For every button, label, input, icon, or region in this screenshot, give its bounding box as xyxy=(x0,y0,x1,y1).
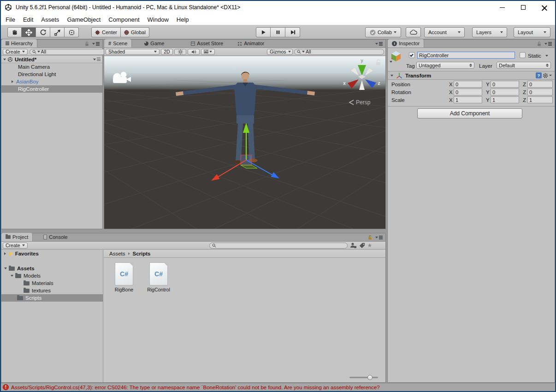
icon-zoom-slider[interactable] xyxy=(349,377,378,378)
hierarchy-item-asianboy[interactable]: AsianBoy xyxy=(1,78,102,85)
tree-materials[interactable]: Materials xyxy=(1,279,103,287)
create-button[interactable]: Create xyxy=(3,49,28,55)
project-search[interactable] xyxy=(209,243,348,249)
breadcrumb-assets[interactable]: Assets xyxy=(109,251,125,256)
object-name-field[interactable] xyxy=(417,52,515,59)
hierarchy-scene-row[interactable]: Untitled* xyxy=(1,56,102,63)
lighting-toggle-button[interactable] xyxy=(174,49,186,55)
search-by-type-icon[interactable] xyxy=(349,242,357,249)
menu-component[interactable]: Component xyxy=(108,16,139,23)
gizmos-dropdown[interactable]: Gizmos xyxy=(267,49,293,55)
tab-scene[interactable]: Scene xyxy=(104,39,132,48)
rect-tool-button[interactable] xyxy=(65,27,79,37)
file-rigcontrol[interactable]: C# RigControl xyxy=(144,262,173,292)
rotate-tool-button[interactable] xyxy=(36,27,50,37)
cloud-button[interactable] xyxy=(406,27,421,37)
hierarchy-item-main-camera[interactable]: Main Camera xyxy=(1,63,102,71)
static-checkbox[interactable] xyxy=(520,52,526,58)
slider-knob[interactable] xyxy=(367,375,373,380)
create-button[interactable]: Create xyxy=(3,243,28,249)
tree-textures[interactable]: textures xyxy=(1,287,103,294)
rotation-x-field[interactable] xyxy=(454,89,482,95)
collab-button[interactable]: Collab xyxy=(365,27,401,37)
pivot-center-button[interactable]: Center xyxy=(91,27,121,37)
file-rigbone[interactable]: C# RigBone xyxy=(110,262,138,292)
lock-icon[interactable] xyxy=(85,42,89,47)
save-search-star-icon[interactable] xyxy=(367,243,373,249)
scale-z-field[interactable] xyxy=(527,96,553,103)
scene-search-input[interactable] xyxy=(306,49,381,54)
gizmo-z-label[interactable]: z xyxy=(378,81,380,86)
foldout-icon[interactable] xyxy=(390,75,393,77)
tree-assets[interactable]: Assets xyxy=(1,265,103,272)
tab-hierarchy[interactable]: Hierarchy xyxy=(1,39,37,48)
minimize-button[interactable] xyxy=(491,1,513,14)
tab-project[interactable]: Project xyxy=(1,233,33,241)
gizmo-x-label[interactable]: x xyxy=(343,81,346,86)
active-checkbox[interactable] xyxy=(409,52,415,58)
menu-file[interactable]: File xyxy=(6,16,15,23)
tree-models[interactable]: Models xyxy=(1,272,103,279)
help-icon[interactable] xyxy=(536,72,542,78)
effects-dropdown-button[interactable] xyxy=(201,49,215,55)
add-component-button[interactable]: Add Component xyxy=(417,108,522,119)
gear-icon[interactable] xyxy=(542,72,549,79)
menu-gameobject[interactable]: GameObject xyxy=(67,16,101,23)
tree-scripts[interactable]: Scripts xyxy=(1,294,103,302)
move-tool-button[interactable] xyxy=(22,27,36,37)
maximize-button[interactable] xyxy=(513,1,534,14)
tab-animator[interactable]: Animator xyxy=(234,39,268,48)
expand-icon[interactable] xyxy=(12,80,13,83)
tab-asset-store[interactable]: Asset Store xyxy=(187,39,227,48)
global-button[interactable]: Global xyxy=(121,27,149,37)
collapse-icon[interactable] xyxy=(4,267,7,269)
project-search-input[interactable] xyxy=(217,243,345,248)
menu-edit[interactable]: Edit xyxy=(23,16,33,23)
layout-dropdown[interactable]: Layout xyxy=(514,27,550,37)
pane-menu-icon[interactable] xyxy=(544,43,552,45)
position-x-field[interactable] xyxy=(454,81,482,88)
pause-button[interactable] xyxy=(271,27,285,37)
play-button[interactable] xyxy=(256,27,271,37)
gizmo-y-label[interactable]: y xyxy=(361,58,363,63)
hierarchy-item-directional-light[interactable]: Directional Light xyxy=(1,71,102,78)
scene-viewport[interactable]: y x z Persp xyxy=(104,56,385,229)
rotation-y-field[interactable] xyxy=(491,89,519,95)
account-dropdown[interactable]: Account xyxy=(424,27,465,37)
toggle-2d-button[interactable]: 2D xyxy=(161,49,173,55)
shading-mode-dropdown[interactable]: Shaded xyxy=(106,49,160,55)
collapse-icon[interactable] xyxy=(11,275,13,277)
tag-dropdown[interactable]: Untagged xyxy=(416,62,474,69)
pane-menu-icon[interactable] xyxy=(375,43,383,45)
hand-tool-button[interactable] xyxy=(7,27,22,37)
audio-toggle-button[interactable] xyxy=(188,49,200,55)
scene-search[interactable] xyxy=(294,49,384,55)
lock-icon[interactable] xyxy=(368,235,372,240)
tab-game[interactable]: Game xyxy=(140,39,168,48)
pane-menu-icon[interactable] xyxy=(92,43,100,45)
pane-menu-icon[interactable] xyxy=(375,237,383,238)
step-button[interactable] xyxy=(285,27,300,37)
hierarchy-search[interactable] xyxy=(30,49,106,55)
lock-icon[interactable] xyxy=(537,42,541,47)
scale-tool-button[interactable] xyxy=(50,27,65,37)
layers-dropdown[interactable]: Layers xyxy=(472,27,507,37)
scale-x-field[interactable] xyxy=(454,96,482,103)
hierarchy-item-rigcontroller[interactable]: RigController xyxy=(1,85,102,93)
expand-icon[interactable] xyxy=(4,252,6,255)
panel-resize-handle[interactable] xyxy=(1,229,386,233)
tab-inspector[interactable]: Inspector xyxy=(388,39,424,48)
rotation-z-field[interactable] xyxy=(527,89,553,95)
scale-y-field[interactable] xyxy=(491,96,519,103)
tree-favorites[interactable]: Favorites xyxy=(1,250,103,257)
menu-window[interactable]: Window xyxy=(148,16,169,23)
position-y-field[interactable] xyxy=(491,81,519,88)
hierarchy-search-input[interactable] xyxy=(41,49,103,54)
static-flags-arrow[interactable] xyxy=(545,55,548,57)
breadcrumb-scripts[interactable]: Scripts xyxy=(133,251,151,256)
icon-picker-arrow[interactable] xyxy=(390,61,392,63)
layer-dropdown[interactable]: Default xyxy=(497,62,551,69)
position-z-field[interactable] xyxy=(527,81,553,88)
menu-help[interactable]: Help xyxy=(177,16,189,23)
menu-assets[interactable]: Assets xyxy=(41,16,59,23)
